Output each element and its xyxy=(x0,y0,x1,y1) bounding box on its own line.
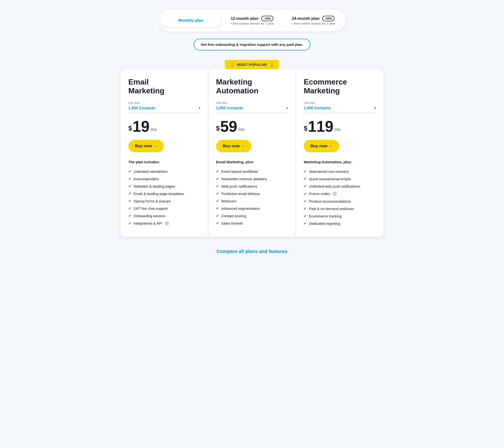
list-size-dropdown-ecommerce[interactable]: 1,000 Contacts ▾ xyxy=(304,106,376,113)
price-dollar-ecommerce: $ xyxy=(304,125,307,132)
plan-tabs: Monthly plan 12-month plan -18% + free c… xyxy=(159,10,345,32)
price-row-automation: $ 59 /mo xyxy=(216,119,288,134)
check-icon: ✓ xyxy=(128,169,131,173)
buy-button-automation[interactable]: Buy now → xyxy=(216,140,252,152)
card-email-marketing: EmailMarketing List size 1,000 Contacts … xyxy=(121,69,208,237)
check-icon: ✓ xyxy=(216,184,219,188)
list-size-value-automation: 1,000 Contacts xyxy=(216,106,243,110)
card-marketing-automation: MarketingAutomation List size 1,000 Cont… xyxy=(208,69,296,237)
card-ecommerce-marketing: EcommerceMarketing List size 1,000 Conta… xyxy=(296,69,383,237)
list-item: ✓ Advanced segmentation xyxy=(216,205,288,212)
check-icon: ✓ xyxy=(128,221,131,225)
buy-button-ecommerce[interactable]: Buy now → xyxy=(304,140,339,152)
check-icon: ✓ xyxy=(304,207,306,211)
price-dollar-email: $ xyxy=(128,125,132,132)
price-per-ecommerce: /mo xyxy=(335,127,341,132)
list-item: ✓ Ecommerce tracking xyxy=(304,213,376,220)
check-icon: ✓ xyxy=(304,199,306,203)
list-item: ✓ Contact scoring xyxy=(216,212,288,220)
list-size-label-email: List size xyxy=(128,101,200,105)
list-item: ✓ Integrations & API i xyxy=(128,220,200,227)
price-dollar-automation: $ xyxy=(216,125,220,132)
price-row-ecommerce: $ 119 /mo xyxy=(304,119,376,134)
check-icon: ✓ xyxy=(128,192,131,196)
pricing-cards-wrapper: 🏆 MOST POPULAR 🏆 EmailMarketing List siz… xyxy=(121,60,383,237)
list-item: ✓ 24/7 live chat support xyxy=(128,205,200,212)
check-icon: ✓ xyxy=(304,192,306,196)
card-title-ecommerce: EcommerceMarketing xyxy=(304,78,376,95)
check-icon: ✓ xyxy=(216,169,219,173)
check-icon: ✓ xyxy=(216,214,219,218)
card-title-automation: MarketingAutomation xyxy=(216,78,288,95)
check-icon: ✓ xyxy=(216,221,219,225)
plan-includes-label-email: The plan includes: xyxy=(128,160,200,164)
list-item: ✓ Abandoned cart recovery xyxy=(304,168,376,175)
tab-12month[interactable]: 12-month plan -18% + free custom domain … xyxy=(222,11,282,30)
price-per-automation: /mo xyxy=(238,127,245,132)
trophy-left-icon: 🏆 xyxy=(230,62,235,67)
price-amount-email: 19 xyxy=(132,119,149,134)
list-item: ✓ Web push notifications xyxy=(216,183,288,190)
list-item: ✓ Paid & on-demand webinars xyxy=(304,205,376,213)
list-item: ✓ Event-based workflows xyxy=(216,168,288,175)
feature-list-email: ✓ Unlimited newsletters ✓ Autoresponders… xyxy=(128,168,200,227)
list-item: ✓ Signup forms & popups xyxy=(128,197,200,205)
info-icon[interactable]: i xyxy=(333,192,337,196)
list-item: ✓ Unlimited newsletters xyxy=(128,168,200,175)
info-icon[interactable]: i xyxy=(165,221,169,226)
check-icon: ✓ xyxy=(128,199,131,203)
chevron-down-icon-automation: ▾ xyxy=(286,106,288,110)
list-size-dropdown-automation[interactable]: 1,000 Contacts ▾ xyxy=(216,106,288,113)
list-item: ✓ Newsletter revenue statistics xyxy=(216,175,288,183)
plan-includes-label-ecommerce: Marketing Automation, plus: xyxy=(304,160,376,164)
check-icon: ✓ xyxy=(128,206,131,210)
check-icon: ✓ xyxy=(304,184,306,188)
compare-link[interactable]: Compare all plans and features xyxy=(121,249,383,254)
most-popular-banner: 🏆 MOST POPULAR 🏆 xyxy=(225,60,279,69)
check-icon: ✓ xyxy=(128,177,131,181)
check-icon: ✓ xyxy=(128,184,131,188)
feature-list-automation: ✓ Event-based workflows ✓ Newsletter rev… xyxy=(216,168,288,227)
check-icon: ✓ xyxy=(304,214,306,218)
price-per-email: /mo xyxy=(150,127,157,132)
list-item: ✓ Product recommendations xyxy=(304,198,376,205)
check-icon: ✓ xyxy=(304,177,306,181)
card-title-email: EmailMarketing xyxy=(128,78,200,95)
list-size-label-automation: List size xyxy=(216,101,288,105)
chevron-down-icon-ecommerce: ▾ xyxy=(374,106,376,110)
plan-includes-label-automation: Email Marketing, plus: xyxy=(216,160,288,164)
list-item: ✓ Sales funnels xyxy=(216,220,288,227)
check-icon: ✓ xyxy=(216,206,219,210)
list-item: ✓ Unlimited web push notifications xyxy=(304,183,376,190)
list-size-label-ecommerce: List size xyxy=(304,101,376,105)
list-size-dropdown-email[interactable]: 1,000 Contacts ▾ xyxy=(128,106,200,113)
tab-24month[interactable]: 24-month plan -30% + free custom domain … xyxy=(283,11,343,30)
price-row-email: $ 19 /mo xyxy=(128,119,200,134)
check-icon: ✓ xyxy=(128,214,131,218)
list-item: ✓ Dedicated reporting xyxy=(304,220,376,227)
list-size-value-email: 1,000 Contacts xyxy=(128,106,155,110)
list-size-value-ecommerce: 1,000 Contacts xyxy=(304,106,331,110)
migration-banner: Get free onboarding & migration support … xyxy=(180,39,324,50)
list-item: ✓ Predictive email delivery xyxy=(216,190,288,197)
list-item: ✓ Webinars xyxy=(216,197,288,205)
list-item: ✓ Onboarding session xyxy=(128,212,200,220)
price-amount-ecommerce: 119 xyxy=(308,119,334,134)
list-item: ✓ Quick transactional emails xyxy=(304,175,376,183)
list-item: ✓ Email & landing page templates xyxy=(128,190,200,197)
price-amount-automation: 59 xyxy=(220,119,237,134)
list-item: ✓ Promo codes i xyxy=(304,190,376,198)
check-icon: ✓ xyxy=(304,169,306,173)
page-wrapper: Monthly plan 12-month plan -18% + free c… xyxy=(121,10,383,254)
check-icon: ✓ xyxy=(216,192,219,196)
buy-button-email[interactable]: Buy now → xyxy=(128,140,164,152)
chevron-down-icon-email: ▾ xyxy=(199,106,200,110)
check-icon: ✓ xyxy=(216,199,219,203)
trophy-right-icon: 🏆 xyxy=(269,62,274,67)
check-icon: ✓ xyxy=(216,177,219,181)
list-item: ✓ Websites & landing pages xyxy=(128,183,200,190)
tab-monthly[interactable]: Monthly plan xyxy=(161,14,221,27)
check-icon: ✓ xyxy=(304,221,306,225)
cards-grid: EmailMarketing List size 1,000 Contacts … xyxy=(121,69,383,237)
feature-list-ecommerce: ✓ Abandoned cart recovery ✓ Quick transa… xyxy=(304,168,376,227)
